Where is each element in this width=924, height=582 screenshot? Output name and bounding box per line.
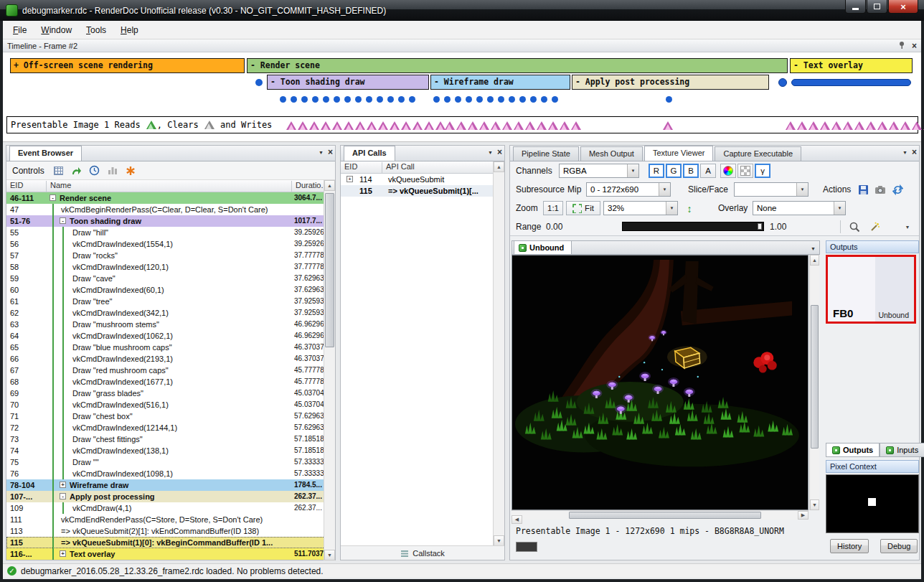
scroll-right-icon[interactable]: ▶ [798,511,808,520]
api-row-115[interactable]: 115 => vkQueueSubmit(1)[... [341,185,493,197]
column-eid[interactable]: EID [6,181,47,192]
fb0-thumbnail[interactable]: FB0 Unbound [826,255,916,324]
save-button[interactable] [856,183,870,197]
close-icon[interactable]: × [497,148,502,156]
refresh-icon[interactable] [890,183,905,197]
event-row-64[interactable]: 64vkCmdDrawIndexed(1062,1)46.96296 [6,330,325,342]
scroll-up-icon[interactable]: ▲ [494,161,504,172]
expander-expanded[interactable]: - [50,194,56,201]
timeline-event-dot[interactable] [366,96,372,103]
event-row-69[interactable]: 69Draw "grass blades"45.03704 [6,388,325,399]
title-bar[interactable]: debugmarker.rdc - RenderDoc Unofficial r… [0,0,924,21]
close-icon[interactable]: × [912,148,917,156]
timeline-block[interactable]: - Wireframe draw [430,75,570,90]
channel-b-button[interactable]: B [683,164,699,178]
event-row-78-104[interactable]: 78-104+Wireframe draw1784.5... [6,479,325,491]
camera-button[interactable] [873,183,887,197]
close-icon[interactable]: × [912,42,917,50]
expander-collapsed[interactable]: + [346,176,353,182]
chevron-down-icon[interactable]: ▼ [811,246,816,251]
goto-arrow-icon[interactable] [70,164,83,177]
timeline-event-dot[interactable] [409,96,415,103]
event-row-73[interactable]: 73Draw "chest fittings"57.18518 [6,433,325,445]
tab-mesh-output[interactable]: Mesh Output [580,146,643,161]
close-button[interactable]: × [888,0,918,14]
channels-select[interactable]: RGBA ▼ [559,164,639,178]
event-row-116-...[interactable]: 116-...+Text overlay511.7037 [6,548,325,560]
tab-capture-executable[interactable]: Capture Executable [715,146,801,161]
timeline-event-dot[interactable] [444,96,451,103]
timeline-event-dot[interactable] [433,96,440,103]
column-eid[interactable]: EID [341,162,382,173]
event-row-47[interactable]: 47vkCmdBeginRenderPass(C=Clear, D=Clear,… [6,204,325,215]
event-row-113[interactable]: 113=> vkQueueSubmit(2)[1]: vkEndCommandB… [6,525,325,537]
tab-inputs[interactable]: Inputs [880,443,924,457]
event-row-59[interactable]: 59Draw "cave"37.62963 [6,273,325,284]
timeline-block[interactable]: + Off-screen scene rendering [10,58,245,73]
debug-button[interactable]: Debug [880,539,918,553]
scrollbar-thumb[interactable] [811,305,819,449]
range-slider[interactable] [622,222,764,231]
scroll-down-icon[interactable]: ▼ [810,499,819,510]
event-row-61[interactable]: 61Draw "tree"37.92593 [6,296,325,307]
event-row-63[interactable]: 63Draw "mushroom stems"46.96296 [6,319,325,330]
timeline-event-circle[interactable] [778,78,787,87]
checkerboard-button[interactable] [737,164,753,178]
overlay-select[interactable]: None ▼ [753,201,846,215]
gamma-button[interactable]: γ [755,164,770,178]
zoom-select[interactable]: 32% ▼ [603,201,678,215]
event-row-57[interactable]: 57Draw "rocks"37.77778 [6,250,325,261]
timeline-event-dot[interactable] [466,96,472,103]
scroll-up-icon[interactable]: ▲ [324,180,335,191]
event-row-74[interactable]: 74vkCmdDrawIndexed(138,1)57.18518 [6,445,325,456]
maximize-button[interactable] [867,0,887,14]
flip-y-icon[interactable]: ↕ [682,202,697,215]
event-row-56[interactable]: 56vkCmdDrawIndexed(1554,1)39.25926 [6,238,325,250]
column-api-call[interactable]: API Call [382,162,493,173]
timeline-event-dot[interactable] [291,96,297,103]
timeline-event-dot[interactable] [377,96,383,103]
scrollbar-thumb[interactable] [569,512,761,519]
chevron-down-icon[interactable]: ▼ [319,150,324,155]
timeline-event-dot[interactable] [312,96,319,103]
tab-texture-viewer[interactable]: Texture Viewer [644,146,714,161]
event-row-66[interactable]: 66vkCmdDrawIndexed(2193,1)46.37037 [6,353,325,365]
event-row-55[interactable]: 55Draw "hill"39.25926 [6,227,325,238]
event-row-67[interactable]: 67Draw "red mushroom caps"45.77778 [6,365,325,376]
tab-unbound[interactable]: Unbound [514,240,572,254]
timeline-event-dot[interactable] [541,96,547,103]
timeline-event-dot[interactable] [487,96,494,103]
scroll-up-icon[interactable]: ▲ [810,255,819,266]
chevron-down-icon[interactable]: ▼ [488,150,493,155]
timeline-event-dot[interactable] [398,96,405,103]
event-row-68[interactable]: 68vkCmdDrawIndexed(1677,1)45.77778 [6,376,325,388]
timeline-block[interactable]: - Toon shading draw [267,75,429,90]
timeline-event-dot[interactable] [255,79,263,86]
texture-horizontal-scrollbar[interactable]: ◀ ▶ [512,510,808,520]
texture-vertical-scrollbar[interactable]: ▲ ▼ [809,255,819,510]
timeline-event-dot[interactable] [301,96,308,103]
stats-icon[interactable] [106,164,119,177]
channel-r-button[interactable]: R [649,164,664,178]
expander-expanded[interactable]: - [60,493,66,499]
menu-help[interactable]: Help [113,22,146,38]
clock-icon[interactable] [88,164,101,177]
column-name[interactable]: Name [47,181,292,192]
expander-collapsed[interactable]: + [60,482,66,488]
overflow-chevron-icon[interactable]: ▼ [900,220,915,234]
menu-window[interactable]: Window [34,22,79,38]
history-button[interactable]: History [830,539,869,553]
scroll-down-icon[interactable]: ▼ [324,550,335,560]
timeline-event-dot[interactable] [666,96,672,103]
timeline-event-dot[interactable] [552,96,558,103]
event-row-51-76[interactable]: 51-76-Toon shading draw1017.7... [6,215,325,227]
channel-g-button[interactable]: G [666,164,682,178]
menu-tools[interactable]: Tools [79,22,113,38]
scroll-down-icon[interactable]: ▼ [494,535,504,546]
timeline-event-dot[interactable] [476,96,483,103]
event-row-71[interactable]: 71Draw "chest box"57.62963 [6,410,325,422]
autofit-button[interactable] [867,220,882,234]
event-browser-scrollbar[interactable]: ▲ ▼ [324,180,335,560]
timeline-event-dot[interactable] [355,96,362,103]
tab-event-browser[interactable]: Event Browser [9,146,82,161]
